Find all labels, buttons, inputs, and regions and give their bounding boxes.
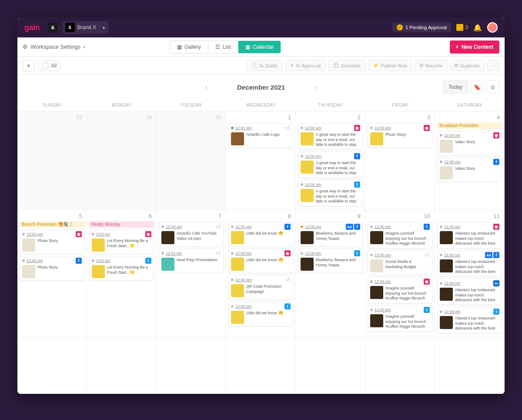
toolbar-action-to-drafts[interactable]: 📄To Drafts: [246, 60, 283, 71]
workspace-icon[interactable]: &: [48, 23, 57, 32]
toolbar-action-to-approval[interactable]: ✈To Approval: [285, 60, 325, 71]
bell-icon[interactable]: 🔔: [473, 24, 482, 32]
toolbar-action-schedule[interactable]: 🕐Schedule: [328, 60, 365, 71]
calendar-cell[interactable]: [17, 337, 87, 394]
calendar-cell[interactable]: 1112:00 pm◉Atlanta's top restaurant make…: [435, 210, 505, 337]
thumbnail: [301, 258, 314, 271]
content-card[interactable]: 12:00 pmtBlueberry, Banana and Honey Toa…: [298, 249, 363, 273]
gear-icon: ⚙: [490, 84, 495, 91]
tab-gallery[interactable]: ▦Gallery: [170, 41, 208, 53]
instagram-icon: ◉: [424, 125, 430, 131]
content-card[interactable]: 12:00 pm📄QR Code Promotion Campaign: [228, 275, 293, 300]
workspace-settings[interactable]: ⚙ Workspace Settings ▾: [23, 44, 85, 50]
content-card[interactable]: 12:00 pminAtlanta's top restaurant makes…: [437, 279, 502, 305]
bookmark-button[interactable]: 🔖: [471, 81, 484, 94]
content-card[interactable]: 12:00 pmfA great way to start the day or…: [298, 151, 363, 178]
calendar-cell[interactable]: [435, 337, 505, 394]
twitter-icon: t: [493, 309, 499, 315]
calendar-cell[interactable]: 812:00 pmfLittle did we know 🤭12:00 pm◉L…: [226, 210, 296, 337]
content-card[interactable]: 12:00 pm◉Little did we know 🤭: [228, 249, 293, 273]
content-card[interactable]: 3:23 pm◉Let Every Morning Be a Fresh Sta…: [89, 229, 154, 254]
chevron-down-icon: ▾: [83, 45, 85, 49]
calendar-cell[interactable]: 4Breakfast Promotion12:00 pm◉Video Story…: [435, 111, 505, 210]
content-card[interactable]: 12:00 pmfImagine yourself enjoying our h…: [368, 222, 432, 249]
calendar-cell[interactable]: 6Healty Monday3:23 pm◉Let Every Morning …: [87, 210, 157, 337]
promotion-bar[interactable]: Breakfast Promotion: [437, 122, 502, 129]
calendar-cell[interactable]: 212:00 pm◉A great way to start the day o…: [296, 111, 365, 210]
calendar-cell[interactable]: [157, 337, 226, 394]
content-card[interactable]: 3:23 pmtLet Every Morning Be a Fresh Sta…: [89, 256, 154, 281]
settings-button[interactable]: ⚙: [486, 81, 499, 94]
next-month-button[interactable]: ›: [311, 82, 320, 92]
ad-icon: Ad: [485, 252, 492, 258]
calendar-cell[interactable]: [87, 337, 157, 394]
calendar-cell[interactable]: 1012:00 pmfImagine yourself enjoying our…: [365, 210, 435, 337]
content-card[interactable]: 12:00 pmfPhoto Story: [20, 256, 84, 281]
content-card[interactable]: 12:00 pm◉Atlanta's top restaurant makes …: [437, 222, 502, 249]
calendar-cell[interactable]: 712:00 am📄Amarillo Cafe YouTube Video Ad…: [157, 210, 226, 337]
content-card[interactable]: 12:00 pmfVideo Story: [437, 157, 502, 182]
calendar-header: ‹ December 2021 › Today 🔖 ⚙: [17, 75, 505, 99]
content-card[interactable]: 12:00 pmtA great way to start the day or…: [298, 180, 363, 206]
content-card[interactable]: 12:00 pm◉A great way to start the day or…: [298, 123, 363, 150]
thumbnail: [301, 231, 314, 244]
calendar-cell[interactable]: [365, 337, 435, 394]
content-card[interactable]: 12:00 pm◉Video Story: [437, 131, 502, 155]
card-time: 12:00 pm: [27, 232, 43, 236]
status-dot: [440, 254, 442, 256]
prev-month-button[interactable]: ‹: [202, 82, 211, 92]
content-card[interactable]: 12:00 am📄Amarillo Cafe Logo: [228, 123, 293, 148]
content-card[interactable]: 12:00 pm◉Photo Story: [368, 123, 432, 148]
toolbar-action-duplicate[interactable]: ⧉Duplicate: [450, 60, 485, 71]
content-card[interactable]: 12:00 pmAdfAtlanta's top restaurant make…: [437, 250, 502, 277]
status-dot: [370, 280, 373, 283]
calendar-cell[interactable]: 112:00 am📄Amarillo Cafe Logo: [226, 111, 296, 210]
tab-list[interactable]: ☰List: [208, 41, 238, 53]
content-card[interactable]: 12:00 pm📄Social Media & Marketing Budget: [368, 250, 432, 275]
tasks-badge[interactable]: 3: [456, 24, 468, 31]
brand-selector[interactable]: X Brand X: [63, 21, 108, 34]
toolbar-action-publish-now[interactable]: ⚡Publish Now: [368, 60, 412, 71]
thumbnail: [440, 288, 453, 301]
calendar-cell[interactable]: 30: [157, 111, 226, 210]
promotion-bar[interactable]: Brunch Promotion 🥞🍳🍴: [19, 221, 85, 228]
instagram-icon: ◉: [76, 231, 82, 237]
pending-approval-badge[interactable]: ✓ 1 Pending Approval: [392, 23, 451, 32]
status-dot: [440, 310, 442, 313]
toolbar-action-recycle[interactable]: ♻Recycle: [415, 60, 447, 71]
filter-button[interactable]: ▼: [23, 60, 35, 71]
thumbnail: [22, 239, 35, 252]
content-card[interactable]: 12:00 pmAdfBlueberry, Banana and Honey T…: [298, 222, 363, 247]
calendar-cell[interactable]: 28: [17, 111, 87, 210]
content-card[interactable]: 12:00 pmtLittle did we know 🤭: [228, 302, 293, 326]
thumbnail: [231, 284, 244, 297]
calendar-cell[interactable]: 5Brunch Promotion 🥞🍳🍴12:00 pm◉Photo Stor…: [17, 210, 87, 337]
content-card[interactable]: 12:00 pm◉Photo Story: [20, 229, 84, 254]
content-card[interactable]: 12:00 am📄Amarillo Cafe YouTube Video Ad.…: [159, 222, 224, 247]
card-text: Video Story: [455, 166, 475, 179]
promotion-bar[interactable]: Healty Monday: [89, 221, 154, 228]
content-card[interactable]: 12:00 pmtImagine yourself enjoying our h…: [368, 305, 432, 332]
tab-calendar[interactable]: ▦Calendar: [238, 41, 281, 53]
card-text: Little did we know 🤭: [246, 231, 283, 244]
thumbnail: [370, 259, 383, 272]
calendar-cell[interactable]: [296, 337, 365, 394]
content-card[interactable]: 12:01 pm📄Meal Prep Presentation: [159, 249, 224, 273]
avatar[interactable]: [487, 22, 498, 33]
content-card[interactable]: 12:00 pmfLittle did we know 🤭: [228, 222, 293, 247]
today-button[interactable]: Today: [443, 81, 468, 94]
calendar-cell[interactable]: [226, 337, 296, 394]
select-all-checkbox[interactable]: All: [38, 60, 60, 71]
content-card[interactable]: 12:00 pmtAtlanta's top restaurant makes …: [437, 307, 502, 333]
calendar-cell[interactable]: 312:00 pm◉Photo Story: [365, 111, 435, 210]
new-content-button[interactable]: + New Content: [450, 40, 499, 54]
more-button[interactable]: ⋯: [487, 60, 499, 71]
calendar-cell[interactable]: 29: [87, 111, 157, 210]
card-time: 12:00 pm: [444, 133, 461, 138]
content-card[interactable]: 12:00 pm◉Imagine yourself enjoying our h…: [368, 277, 432, 303]
card-time: 12:00 pm: [305, 225, 321, 229]
card-text: Amarillo Cafe YouTube Video Ad.mp4: [177, 231, 221, 244]
calendar-cell[interactable]: 912:00 pmAdfBlueberry, Banana and Honey …: [296, 210, 365, 337]
card-text: Blueberry, Banana and Honey Toasts: [316, 231, 360, 244]
card-text: A great way to start the day or end a me…: [316, 189, 360, 204]
